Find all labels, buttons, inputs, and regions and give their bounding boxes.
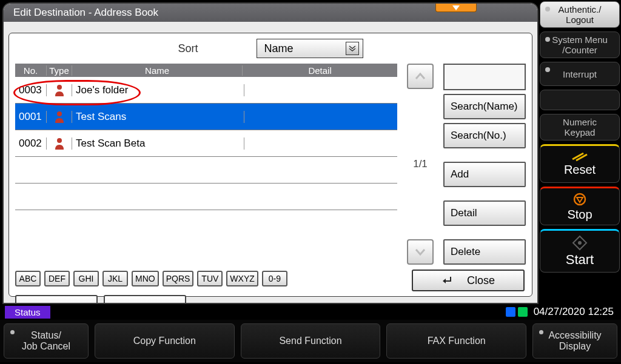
svg-marker-0: [452, 5, 460, 10]
enter-icon: [441, 275, 452, 286]
action-column: Search(Name) Search(No.) Add Detail Dele…: [443, 64, 526, 265]
alpha-pqrs[interactable]: PQRS: [163, 271, 194, 286]
status-badge[interactable]: Status: [5, 306, 50, 319]
svg-point-1: [57, 85, 62, 90]
alpha-def[interactable]: DEF: [44, 271, 70, 286]
alpha-abc[interactable]: ABC: [15, 271, 41, 286]
cell-no: 0003: [15, 84, 47, 96]
address-table: No. Type Name Detail 0003Joe's folder000…: [15, 64, 397, 265]
scroll-down-button[interactable]: [407, 239, 434, 265]
numeric-keypad-button[interactable]: Numeric Keypad: [540, 114, 620, 141]
alpha-tuv[interactable]: TUV: [197, 271, 223, 286]
bottom-bar: Status/ Job Cancel Copy Function Send Fu…: [0, 320, 621, 362]
scroll-up-button[interactable]: [407, 64, 434, 89]
table-body: 0003Joe's folder0001Test Scans0002Test S…: [15, 77, 397, 210]
search-name-button[interactable]: Search(Name): [443, 94, 526, 119]
add-button[interactable]: Add: [443, 162, 526, 187]
col-detail: Detail: [243, 65, 397, 76]
chevron-up-icon: [415, 72, 426, 81]
reset-icon: [571, 152, 588, 162]
table-row[interactable]: 0003Joe's folder: [15, 77, 397, 104]
cell-type: [47, 137, 72, 150]
led-icon: [545, 7, 550, 12]
alpha-ghi[interactable]: GHI: [73, 271, 99, 286]
list-area: No. Type Name Detail 0003Joe's folder000…: [15, 64, 526, 265]
table-row-empty: [15, 157, 397, 184]
sort-chevron: [346, 42, 359, 55]
send-function-button[interactable]: Send Function: [241, 323, 381, 359]
cell-no: 0002: [15, 137, 47, 150]
auth-logout-button[interactable]: Authentic./ Logout: [540, 1, 620, 28]
table-row-empty: [15, 184, 397, 210]
group-button[interactable]: Group: [104, 295, 186, 304]
alpha-mno[interactable]: MNO: [132, 271, 159, 286]
svg-point-4: [24, 303, 29, 304]
alpha-wxyz[interactable]: WXYZ: [226, 271, 258, 286]
svg-marker-12: [577, 197, 583, 202]
copy-function-button[interactable]: Copy Function: [95, 323, 235, 359]
pager: 1/1: [402, 64, 438, 265]
wifi-icon: [518, 307, 528, 317]
table-row[interactable]: 0001Test Scans: [15, 104, 397, 130]
chevron-down-icon: [415, 248, 426, 256]
table-header: No. Type Name Detail: [15, 64, 397, 77]
contact-button[interactable]: Contact: [15, 295, 98, 304]
status-job-cancel-button[interactable]: Status/ Job Cancel: [4, 323, 89, 359]
sort-value: Name: [264, 42, 294, 55]
fax-function-button[interactable]: FAX Function: [386, 323, 526, 359]
blank-button[interactable]: [540, 90, 620, 110]
cell-name: Test Scan Beta: [72, 137, 244, 150]
main-panel: Edit Destination - Address Book Sort Nam…: [2, 2, 539, 304]
sort-label: Sort: [178, 42, 198, 55]
accessibility-button[interactable]: Accessibility Display: [532, 323, 617, 359]
view-buttons: Contact Group: [15, 295, 526, 304]
cell-type: [47, 84, 72, 96]
network-icon: [506, 307, 515, 317]
svg-point-14: [578, 241, 582, 245]
cell-no: 0001: [15, 111, 47, 123]
alpha-0-9[interactable]: 0-9: [262, 271, 287, 286]
cell-name: Test Scans: [72, 111, 244, 123]
start-icon: [572, 235, 588, 251]
dropdown-tab[interactable]: [435, 4, 477, 12]
svg-point-6: [116, 303, 121, 305]
cell-name: Joe's folder: [72, 84, 244, 96]
status-datetime: 04/27/2020 12:25: [534, 306, 614, 318]
close-label: Close: [467, 274, 495, 287]
close-button[interactable]: Close: [412, 270, 525, 291]
sort-select[interactable]: Name: [257, 39, 363, 58]
system-menu-button[interactable]: System Menu /Counter: [540, 31, 620, 58]
col-name: Name: [72, 65, 243, 76]
alpha-jkl[interactable]: JKL: [102, 271, 128, 286]
col-no: No.: [15, 65, 47, 76]
delete-button[interactable]: Delete: [443, 239, 526, 265]
led-icon: [539, 330, 543, 334]
led-icon: [545, 37, 550, 42]
panel-body: Sort Name No. Type Name Detail: [8, 33, 532, 297]
status-icons: [506, 307, 528, 317]
cell-type: [47, 111, 72, 123]
group-icon: [110, 302, 126, 304]
col-type: Type: [47, 65, 72, 76]
table-row[interactable]: 0002Test Scan Beta: [15, 130, 397, 157]
led-icon: [10, 330, 15, 334]
sort-row: Sort Name: [15, 38, 526, 59]
svg-point-3: [57, 138, 62, 143]
double-chevron-down-icon: [349, 45, 356, 51]
page-indicator: 1/1: [413, 91, 428, 237]
group-label: Group: [132, 302, 162, 305]
stop-button[interactable]: Stop: [540, 187, 620, 225]
reset-button[interactable]: Reset: [540, 144, 620, 183]
start-button[interactable]: Start: [540, 229, 620, 273]
hard-key-sidebar: Authentic./ Logout System Menu /Counter …: [540, 1, 620, 304]
search-no-button[interactable]: Search(No.): [443, 123, 526, 148]
stop-icon: [572, 192, 587, 207]
status-bar: Status 04/27/2020 12:25: [0, 305, 621, 319]
chevron-down-icon: [452, 5, 460, 10]
interrupt-button[interactable]: Interrupt: [540, 62, 620, 86]
contact-label: Contact: [37, 302, 75, 305]
detail-button[interactable]: Detail: [443, 200, 526, 226]
led-icon: [545, 67, 550, 72]
svg-point-2: [57, 111, 62, 116]
search-input[interactable]: [443, 64, 526, 90]
